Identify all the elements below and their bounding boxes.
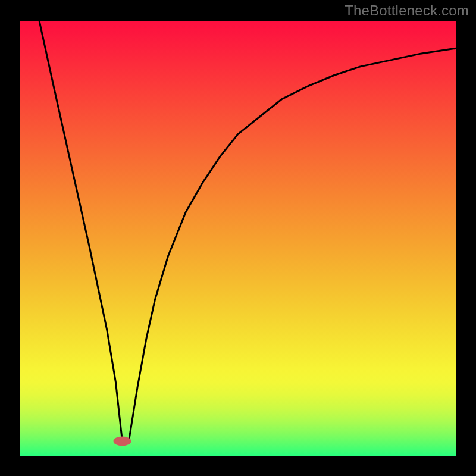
bottleneck-chart	[0, 0, 476, 476]
chart-frame: TheBottleneck.com	[0, 0, 476, 476]
optimum-marker	[113, 436, 131, 446]
gradient-background	[20, 21, 456, 456]
